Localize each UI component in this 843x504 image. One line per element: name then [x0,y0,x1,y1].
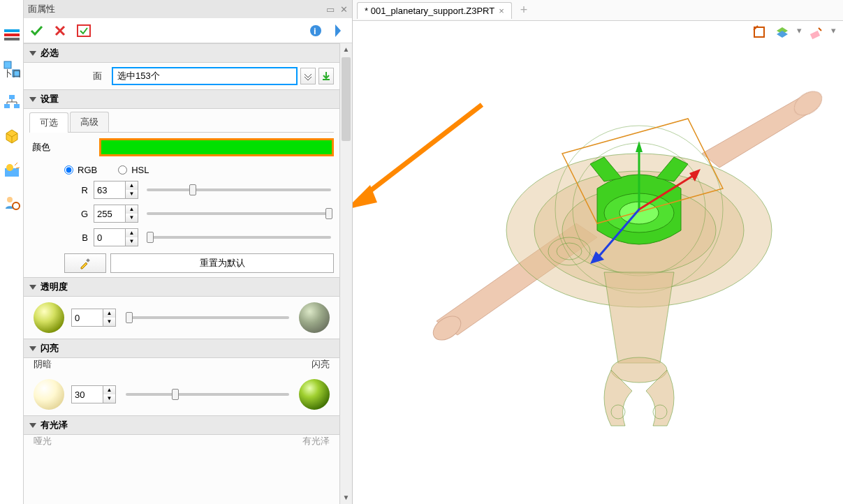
color-swatch[interactable] [99,138,334,156]
viewport-3d[interactable]: ▾ ▾ [353,21,843,504]
reset-default-button[interactable]: 重置为默认 [110,253,334,273]
svg-rect-0 [4,29,20,32]
svg-text:i: i [314,26,316,36]
svg-rect-6 [9,95,15,99]
r-spinbox[interactable]: ▲▼ [94,181,138,199]
svg-rect-19 [810,31,820,39]
panel-close-icon[interactable]: ✕ [340,4,348,15]
confirm-button[interactable] [27,21,46,40]
info-button[interactable]: i [306,21,325,40]
tab-optional[interactable]: 可选 [29,112,68,133]
svg-point-10 [6,164,13,171]
section-settings-label: 设置 [41,93,59,105]
rail-icon-stripes[interactable] [3,27,21,45]
panel-titlebar: 面属性 ▭ ✕ [24,0,352,18]
face-selection-input[interactable] [112,67,298,85]
svg-point-11 [7,197,13,202]
rail-icon-tree[interactable]: 卜口 [3,60,21,78]
shiny-spinbox[interactable]: ▲▼ [71,385,116,403]
left-icon-rail: 卜口 [0,0,24,504]
panel-toolbar: i [24,18,352,43]
svg-rect-17 [86,258,90,262]
selection-pick-icon[interactable] [318,68,334,84]
panel-body: 必选 面 设置 可选 高级 [24,43,352,504]
viewport-column: * 001_planetary_support.Z3PRT × + ▾ ▾ [352,0,843,504]
b-label: B [64,232,88,243]
panel-title: 面属性 [28,3,55,15]
tab-advanced[interactable]: 高级 [70,112,109,132]
g-slider[interactable] [147,212,331,215]
radio-rgb[interactable]: RGB [64,165,97,175]
section-transparency[interactable]: 透明度 [24,277,339,297]
svg-rect-8 [14,104,20,108]
section-shiny-label: 闪亮 [41,342,59,355]
face-properties-panel: 面属性 ▭ ✕ i 必选 面 [24,0,352,504]
rail-icon-box[interactable] [3,127,21,145]
document-tabbar: * 001_planetary_support.Z3PRT × + [353,0,843,21]
view-tool-icon-2[interactable] [775,25,790,40]
svg-rect-1 [4,34,20,36]
shiny-bright-icon [299,379,330,410]
radio-hsl[interactable]: HSL [118,165,149,175]
svg-rect-2 [4,38,20,40]
section-glossy-label: 有光泽 [41,419,68,431]
r-label: R [64,185,88,195]
b-slider[interactable] [147,236,331,239]
shiny-dark-label: 阴暗 [34,358,52,371]
section-settings[interactable]: 设置 [24,89,339,109]
svg-text:卜口: 卜口 [3,68,20,77]
document-tab-label: * 001_planetary_support.Z3PRT [365,6,494,16]
scroll-up-icon[interactable]: ▲ [340,43,352,56]
section-transparency-label: 透明度 [41,281,68,293]
gloss-dull-label: 哑光 [34,435,52,447]
rail-icon-sun[interactable] [3,161,21,179]
shiny-bright-label: 闪亮 [311,358,330,371]
transparency-spinbox[interactable]: ▲▼ [71,309,116,327]
scroll-thumb[interactable] [342,57,351,141]
transparency-slider[interactable] [126,316,289,319]
add-tab-button[interactable]: + [516,3,532,17]
section-glossy[interactable]: 有光泽 [24,415,339,435]
apply-button[interactable] [74,21,94,40]
rail-icon-user[interactable] [3,194,21,212]
cancel-button[interactable] [50,21,70,40]
svg-rect-13 [78,25,90,36]
scroll-down-icon[interactable]: ▼ [340,491,352,504]
gloss-glossy-label: 有光泽 [302,435,330,447]
rail-icon-hierarchy[interactable] [3,94,21,112]
viewport-toolbar: ▾ ▾ [752,25,836,40]
g-spinbox[interactable]: ▲▼ [94,205,138,223]
svg-rect-3 [4,61,11,68]
model-3d [388,63,835,468]
document-tab-close-icon[interactable]: × [499,6,504,16]
svg-point-12 [13,202,20,209]
r-slider[interactable] [147,188,331,191]
expand-button[interactable] [328,21,348,40]
section-required[interactable]: 必选 [24,43,339,63]
face-label: 面 [29,70,106,82]
svg-rect-16 [323,79,330,80]
transparency-opaque-icon [34,302,64,333]
settings-tabs: 可选 高级 [29,112,334,133]
document-tab[interactable]: * 001_planetary_support.Z3PRT × [357,2,512,19]
section-required-label: 必选 [41,47,59,59]
section-shiny[interactable]: 闪亮 [24,339,339,358]
color-label: 颜色 [29,141,92,154]
selection-dropdown-icon[interactable] [300,68,316,84]
shiny-dark-icon [34,379,64,410]
view-tool-eraser-icon[interactable] [809,25,824,40]
view-tool-dropdown2-icon[interactable]: ▾ [831,25,836,40]
transparency-clear-icon [299,302,330,333]
panel-scrollbar[interactable]: ▲ ▼ [339,43,352,504]
b-spinbox[interactable]: ▲▼ [94,228,138,246]
view-tool-dropdown-icon[interactable]: ▾ [797,25,802,40]
panel-restore-icon[interactable]: ▭ [326,4,335,15]
shiny-slider[interactable] [126,393,289,396]
eyedropper-button[interactable] [64,253,106,273]
svg-rect-7 [4,104,10,108]
g-label: G [64,209,88,219]
view-tool-icon-1[interactable] [752,25,768,40]
